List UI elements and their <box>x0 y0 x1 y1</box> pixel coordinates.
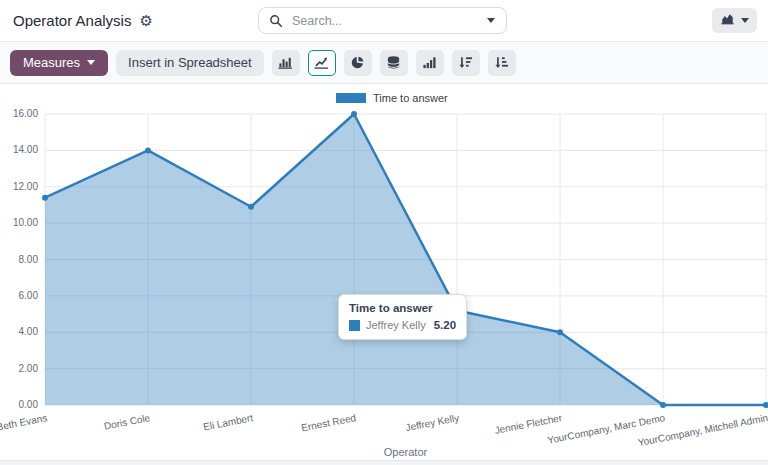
search-input[interactable] <box>290 13 476 29</box>
y-tick-label: 16.00 <box>0 108 38 120</box>
x-axis-title: Operator <box>45 446 766 458</box>
line-chart-icon <box>314 55 329 70</box>
chevron-down-icon <box>487 18 495 23</box>
y-tick-label: 10.00 <box>0 217 38 229</box>
page-title: Operator Analysis <box>13 12 131 29</box>
control-panel: Operator Analysis ⚙ <box>0 0 768 42</box>
bottom-strip <box>0 460 768 465</box>
breadcrumb: Operator Analysis ⚙ <box>13 0 153 41</box>
line-chart-button[interactable] <box>308 50 336 76</box>
sort-asc-button[interactable] <box>488 50 516 76</box>
y-tick-label: 14.00 <box>0 144 38 156</box>
sort-desc-button[interactable] <box>452 50 480 76</box>
view-switcher-button[interactable] <box>712 8 757 33</box>
sort-amount-desc-icon <box>458 55 473 70</box>
chart-region: Time to answer 0.002.004.006.008.0010.00… <box>0 84 768 465</box>
area-chart-icon <box>720 12 735 29</box>
y-tick-label: 8.00 <box>0 254 38 266</box>
stacked-toggle-button[interactable] <box>380 50 408 76</box>
tooltip-row: Jeffrey Kelly 5.20 <box>349 319 456 331</box>
data-point <box>660 402 666 408</box>
signal-bars-icon <box>422 55 437 70</box>
measures-label: Measures <box>23 55 80 70</box>
data-point <box>351 111 357 117</box>
search-bar[interactable] <box>258 7 507 34</box>
y-tick-label: 6.00 <box>0 290 38 302</box>
graph-toolbar: Measures Insert in Spreadsheet <box>0 42 768 84</box>
data-point <box>557 329 563 335</box>
data-point <box>248 204 254 210</box>
tooltip-title: Time to answer <box>349 302 456 314</box>
gear-icon[interactable]: ⚙ <box>139 13 152 28</box>
tooltip-value: 5.20 <box>434 319 456 331</box>
operator-analysis-app: Operator Analysis ⚙ Measures Insert in S… <box>0 0 768 465</box>
y-tick-label: 12.00 <box>0 181 38 193</box>
bar-chart-button[interactable] <box>272 50 300 76</box>
insert-in-spreadsheet-button[interactable]: Insert in Spreadsheet <box>116 50 264 76</box>
data-point <box>145 147 151 153</box>
y-tick-label: 4.00 <box>0 326 38 338</box>
chevron-down-icon <box>741 18 749 23</box>
chart-tooltip: Time to answer Jeffrey Kelly 5.20 <box>338 294 467 340</box>
pie-chart-button[interactable] <box>344 50 372 76</box>
tooltip-label: Jeffrey Kelly <box>366 319 426 331</box>
cumulative-toggle-button[interactable] <box>416 50 444 76</box>
data-point <box>763 402 768 408</box>
y-tick-label: 0.00 <box>0 399 38 411</box>
data-point <box>42 195 48 201</box>
tooltip-swatch <box>349 320 360 331</box>
measures-button[interactable]: Measures <box>10 50 108 76</box>
chart-canvas[interactable] <box>0 84 768 465</box>
sort-amount-asc-icon <box>494 55 509 70</box>
bar-chart-icon <box>278 55 293 70</box>
pie-chart-icon <box>350 55 365 70</box>
search-dropdown-toggle[interactable] <box>476 8 506 33</box>
y-tick-label: 2.00 <box>0 363 38 375</box>
chevron-down-icon <box>87 60 95 65</box>
insert-label: Insert in Spreadsheet <box>128 55 252 70</box>
database-icon <box>386 55 401 70</box>
search-icon <box>269 14 283 28</box>
